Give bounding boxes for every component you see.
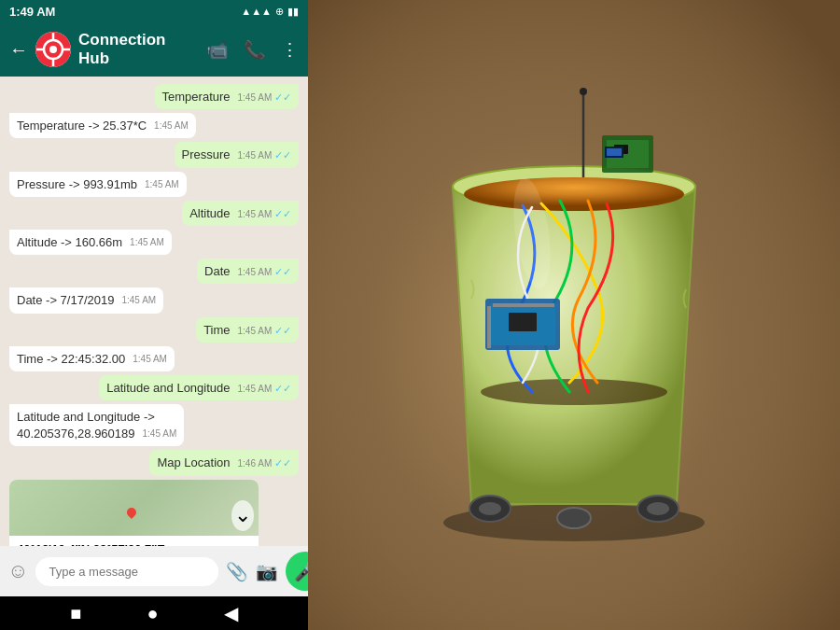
message-row: Date -> 7/17/2019 1:45 AM: [9, 287, 299, 313]
battery-icon: ▮▮: [287, 6, 299, 18]
svg-point-29: [580, 88, 587, 95]
signal-icon: ▲▲▲: [241, 6, 272, 17]
bubble-received: Pressure -> 993.91mb 1:45 AM: [9, 172, 187, 197]
message-row: Altitude -> 160.66m 1:45 AM: [9, 230, 299, 255]
bubble-sent: Map Location 1:46 AM ✓✓: [149, 450, 299, 475]
read-checkmarks: ✓✓: [274, 208, 291, 219]
map-bubble-content: 40°12'19.4"N 28°57'36.7"E Find local bus…: [9, 536, 259, 546]
photo-panel: [308, 0, 840, 630]
message-row: Latitude and Longitude 1:45 AM ✓✓: [9, 375, 299, 400]
bubble-text: Temperature -> 25.37*C: [17, 119, 147, 133]
map-location-bubble: ⌄ 40°12'19.4"N 28°57'36.7"E Find local b…: [9, 480, 259, 546]
video-call-icon[interactable]: 📹: [206, 39, 229, 61]
chat-title: Connection Hub: [78, 31, 199, 68]
svg-point-12: [481, 379, 667, 405]
message-row: Time -> 22:45:32.00 1:45 AM: [9, 346, 299, 371]
bubble-time: 1:45 AM ✓✓: [238, 265, 291, 279]
attach-icon[interactable]: 📎: [226, 561, 248, 582]
svg-rect-22: [607, 148, 622, 156]
call-icon[interactable]: 📞: [244, 39, 266, 61]
header-actions: 📹 📞 ⋮: [206, 39, 299, 61]
status-time: 1:49 AM: [9, 5, 55, 19]
read-checkmarks: ✓✓: [274, 266, 291, 277]
input-bar: ☺ 📎 📷 🎤: [0, 546, 308, 596]
svg-point-24: [479, 502, 501, 515]
message-row: ⌄ 40°12'19.4"N 28°57'36.7"E Find local b…: [9, 480, 299, 546]
bubble-text: Latitude and Longitude ->40.205376,28.96…: [17, 410, 155, 441]
bubble-text: Date -> 7/17/2019: [17, 293, 114, 307]
bubble-time: 1:46 AM ✓✓: [238, 456, 291, 470]
message-row: Altitude 1:45 AM ✓✓: [9, 201, 299, 226]
read-checkmarks: ✓✓: [274, 91, 291, 103]
more-options-icon[interactable]: ⋮: [281, 39, 299, 61]
bubble-sent: Time 1:45 AM ✓✓: [196, 317, 299, 343]
message-row: Temperature -> 25.37*C 1:45 AM: [9, 113, 299, 138]
bubble-text: Map Location: [157, 455, 230, 469]
bubble-received: Date -> 7/17/2019 1:45 AM: [9, 287, 163, 313]
bubble-received: Time -> 22:45:32.00 1:45 AM: [9, 346, 175, 371]
svg-rect-17: [493, 303, 554, 307]
message-row: Pressure -> 993.91mb 1:45 AM: [9, 172, 299, 197]
photo-svg: [308, 0, 840, 630]
bubble-sent: Latitude and Longitude 1:45 AM ✓✓: [99, 375, 299, 400]
map-preview: ⌄: [9, 480, 259, 536]
message-input[interactable]: [35, 557, 218, 586]
bubble-time: 1:45 AM ✓✓: [238, 91, 291, 105]
back-nav-button[interactable]: ◀: [224, 602, 238, 624]
bubble-text: Temperature: [162, 90, 231, 104]
read-checkmarks: ✓✓: [274, 325, 291, 336]
bubble-time: 1:45 AM ✓✓: [238, 324, 291, 338]
svg-rect-15: [509, 313, 537, 331]
wifi-icon: ⊕: [275, 6, 284, 18]
svg-point-2: [49, 46, 57, 53]
svg-point-11: [464, 177, 684, 211]
svg-rect-16: [487, 306, 491, 348]
bottom-nav: ■ ● ◀: [0, 596, 308, 630]
bubble-text: Latitude and Longitude: [106, 381, 230, 395]
bubble-text: Pressure -> 993.91mb: [17, 177, 137, 191]
scroll-down-indicator[interactable]: ⌄: [231, 500, 254, 531]
bubble-time: 1:45 AM: [133, 353, 167, 366]
bubble-text: Time -> 22:45:32.00: [17, 352, 125, 366]
bubble-text: Altitude: [189, 206, 230, 220]
svg-point-27: [557, 508, 591, 528]
status-icons: ▲▲▲ ⊕ ▮▮: [241, 6, 299, 18]
bubble-sent: Date 1:45 AM ✓✓: [197, 259, 299, 284]
read-checkmarks: ✓✓: [274, 383, 291, 394]
bubble-time: 1:45 AM: [143, 427, 177, 441]
camera-icon[interactable]: 📷: [256, 561, 278, 582]
message-row: Map Location 1:46 AM ✓✓: [9, 450, 299, 475]
bubble-received: Altitude -> 160.66m 1:45 AM: [9, 230, 172, 255]
bubble-received: Latitude and Longitude ->40.205376,28.96…: [9, 404, 184, 446]
message-row: Date 1:45 AM ✓✓: [9, 259, 299, 284]
svg-point-26: [647, 502, 669, 515]
bubble-time: 1:45 AM ✓✓: [238, 207, 291, 221]
message-row: Temperature 1:45 AM ✓✓: [9, 84, 299, 109]
messages-area: Temperature 1:45 AM ✓✓ Temperature -> 25…: [0, 77, 308, 546]
home-button[interactable]: ■: [70, 603, 81, 624]
bubble-text: Time: [203, 323, 230, 337]
bubble-time: 1:45 AM ✓✓: [238, 382, 291, 396]
bubble-sent: Temperature 1:45 AM ✓✓: [155, 84, 299, 109]
avatar: [35, 32, 71, 67]
read-checkmarks: ✓✓: [274, 149, 291, 161]
back-button[interactable]: ←: [9, 39, 28, 61]
emoji-icon[interactable]: ☺: [7, 559, 28, 583]
bubble-time: 1:45 AM: [145, 178, 179, 191]
bubble-time: 1:45 AM: [121, 294, 156, 307]
bubble-time: 1:45 AM ✓✓: [238, 148, 291, 162]
bubble-time: 1:45 AM: [154, 119, 189, 133]
bubble-time: 1:45 AM: [130, 236, 164, 249]
message-row: Pressure 1:45 AM ✓✓: [9, 142, 299, 167]
message-row: Latitude and Longitude ->40.205376,28.96…: [9, 404, 299, 446]
read-checkmarks: ✓✓: [274, 457, 291, 469]
bubble-received: Temperature -> 25.37*C 1:45 AM: [9, 113, 196, 138]
bubble-sent: Altitude 1:45 AM ✓✓: [182, 201, 299, 226]
map-pin: [125, 506, 138, 519]
status-bar: 1:49 AM ▲▲▲ ⊕ ▮▮: [0, 0, 308, 22]
message-row: Time 1:45 AM ✓✓: [9, 317, 299, 343]
recents-button[interactable]: ●: [147, 603, 158, 624]
bubble-text: Altitude -> 160.66m: [17, 235, 122, 249]
bubble-sent: Pressure 1:45 AM ✓✓: [175, 142, 300, 167]
bubble-text: Date: [204, 264, 230, 278]
